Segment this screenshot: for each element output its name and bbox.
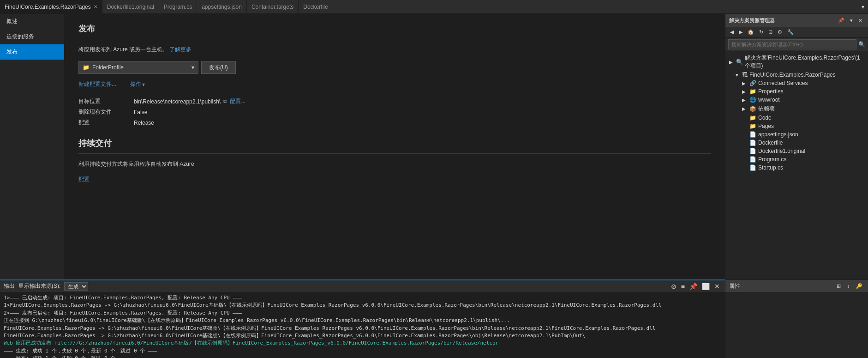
tool-button[interactable]: 🔧: [785, 28, 796, 36]
properties-actions: ⊞ ↕ 🔑: [835, 282, 865, 290]
tab-program[interactable]: Program.cs: [159, 0, 197, 13]
forward-button[interactable]: ▶: [737, 28, 744, 36]
profile-label: FolderProfile: [92, 64, 124, 71]
filter-button[interactable]: ⊡: [766, 28, 774, 36]
tree-item-solution[interactable]: ▶ 🔍 解决方案'FineUICore.Examples.RazorPages'…: [725, 53, 868, 71]
tree-item-pages[interactable]: 📁 Pages: [725, 122, 868, 130]
word-wrap-button[interactable]: ≡: [680, 283, 686, 290]
output-source-select[interactable]: 生成: [64, 282, 88, 291]
properties-title: 属性: [729, 282, 740, 290]
tree-item-dockerfile1[interactable]: 📄 Dockerfile1.original: [725, 147, 868, 155]
tab-overflow-button[interactable]: ▾: [858, 4, 868, 10]
action-links: 新建配置文件... 操作 ▾: [78, 80, 711, 88]
properties-sort-button[interactable]: ↕: [845, 282, 852, 290]
tab-razor-pages[interactable]: FineUICore.Examples.RazorPages ✕: [0, 0, 102, 13]
pin-button[interactable]: 📌: [836, 17, 846, 24]
config-row: 配置 Release: [78, 119, 711, 127]
output-panel: 输出 显示输出来源(S): 生成 ⊘ ≡ 📌 ⬜ ✕ 1>——— 已启动生成: …: [0, 279, 725, 358]
clear-output-button[interactable]: ⊘: [670, 283, 678, 290]
copy-icon[interactable]: ⧉: [223, 98, 227, 104]
tree-item-connected-services[interactable]: ▶ 🔗 Connected Services: [725, 79, 868, 87]
sidebar-item-connected-services[interactable]: 连接的服务: [0, 29, 64, 44]
deps-icon: 📦: [749, 106, 756, 112]
node-label: Code: [758, 115, 772, 121]
solution-explorer-header: 解决方案资源管理器 📌 ▾ ✕: [725, 14, 868, 27]
properties-grid-button[interactable]: ⊞: [835, 282, 843, 290]
sidebar-item-overview[interactable]: 概述: [0, 14, 64, 29]
output-line-5: FineUICore.Examples.RazorPages -> G:\zhu…: [4, 332, 721, 339]
folder-icon: 📁: [83, 64, 90, 71]
output-line-4: FineUICore.Examples.RazorPages -> G:\zhu…: [4, 325, 721, 332]
output-source-label: 显示输出来源(S):: [18, 282, 60, 290]
solution-explorer-title: 解决方案资源管理器: [729, 17, 775, 24]
tree-item-project[interactable]: ▼ 🏗 FineUICore.Examples.RazorPages: [725, 71, 868, 79]
tab-label: Dockerfile1.original: [107, 4, 154, 10]
tree-item-properties[interactable]: ▶ 📁 Properties: [725, 87, 868, 96]
expand-icon: ▶: [729, 60, 734, 65]
search-icon: 🔍: [858, 41, 865, 48]
new-config-link[interactable]: 新建配置文件...: [78, 80, 116, 88]
maximize-output-button[interactable]: ⬜: [700, 283, 711, 290]
config-link[interactable]: 配置...: [230, 97, 245, 105]
content-area: 发布 将应用发布到 Azure 或另一台主机。 了解更多 📁 FolderPro…: [65, 14, 725, 279]
pin-output-button[interactable]: 📌: [688, 283, 699, 290]
properties-icon: 📁: [749, 88, 756, 95]
tree-item-startup[interactable]: 📄 Startup.cs: [725, 164, 868, 172]
solution-search-input[interactable]: [728, 39, 856, 49]
chevron-down-button[interactable]: ▾: [848, 17, 855, 24]
tab-dockerfile[interactable]: Dockerfile: [299, 0, 333, 13]
tab-bar: FineUICore.Examples.RazorPages ✕ Dockerf…: [0, 0, 868, 14]
sidebar-item-publish[interactable]: 发布: [0, 44, 64, 60]
sync-button[interactable]: ↻: [757, 28, 765, 36]
tree-item-wwwroot[interactable]: ▶ 🌐 wwwroot: [725, 96, 868, 104]
expand-icon: ▶: [742, 97, 748, 103]
config-label: 配置: [78, 119, 134, 127]
delete-existing-row: 删除现有文件 False: [78, 108, 711, 116]
main-area: 概述 连接的服务 发布 发布 将应用发布到 Azure 或另一台主机。 了解更多…: [0, 14, 868, 279]
output-line-0: 1>——— 已启动生成: 项目: FineUICore.Examples.Raz…: [4, 294, 721, 301]
cd-title: 持续交付: [78, 138, 711, 149]
tree-item-deps[interactable]: ▶ 📦 依赖项: [725, 104, 868, 114]
profile-select[interactable]: 📁 FolderProfile ▾: [78, 61, 198, 74]
learn-more-link[interactable]: 了解更多: [169, 46, 192, 53]
output-line-3: 正在连接到 G:\zhuzhao\fineui6.0\FineUICore基础版…: [4, 317, 721, 324]
close-output-button[interactable]: ✕: [713, 283, 721, 290]
cd-section: 持续交付 利用持续交付方式将应用程序自动发布到 Azure 配置: [78, 138, 711, 183]
actions-arrow-icon: ▾: [142, 81, 145, 88]
output-line-1: 1>FineUICore.Examples.RazorPages -> G:\z…: [4, 302, 721, 309]
delete-existing-value: False: [134, 109, 147, 115]
tab-dockerfile1[interactable]: Dockerfile1.original: [102, 0, 159, 13]
node-label: Connected Services: [758, 80, 808, 86]
close-panel-button[interactable]: ✕: [856, 17, 864, 24]
tab-appsettings[interactable]: appsettings.json: [197, 0, 247, 13]
publish-title: 发布: [78, 23, 711, 34]
properties-key-button[interactable]: 🔑: [854, 282, 864, 290]
cd-divider: [78, 153, 711, 154]
output-content: 1>——— 已启动生成: 项目: FineUICore.Examples.Raz…: [0, 292, 725, 358]
node-label: Dockerfile1.original: [758, 148, 805, 154]
dockerfile-icon: 📄: [749, 140, 756, 146]
left-sidebar: 概述 连接的服务 发布: [0, 14, 65, 279]
close-icon[interactable]: ✕: [94, 4, 97, 9]
pages-icon: 📁: [749, 123, 756, 129]
code-icon: 📁: [749, 115, 756, 121]
cd-config-link[interactable]: 配置: [78, 176, 711, 183]
actions-link[interactable]: 操作 ▾: [130, 80, 145, 88]
settings-button[interactable]: ⚙: [776, 28, 784, 36]
solution-tree: ▶ 🔍 解决方案'FineUICore.Examples.RazorPages'…: [725, 51, 868, 279]
chevron-down-icon: ▾: [192, 64, 194, 71]
tab-container[interactable]: Container.targets: [247, 0, 299, 13]
publish-button[interactable]: 发布(U): [201, 61, 236, 74]
tree-item-dockerfile[interactable]: 📄 Dockerfile: [725, 139, 868, 147]
tree-item-program[interactable]: 📄 Program.cs: [725, 155, 868, 164]
tab-label: Program.cs: [164, 4, 192, 10]
tab-label: appsettings.json: [202, 4, 242, 10]
cd-description: 利用持续交付方式将应用程序自动发布到 Azure: [78, 160, 711, 168]
home-button[interactable]: 🏠: [746, 28, 756, 36]
project-label: FineUICore.Examples.RazorPages: [749, 72, 836, 78]
bottom-area: 输出 显示输出来源(S): 生成 ⊘ ≡ 📌 ⬜ ✕ 1>——— 已启动生成: …: [0, 279, 868, 358]
output-title: 输出: [4, 282, 15, 290]
tree-item-code[interactable]: 📁 Code: [725, 114, 868, 122]
tree-item-appsettings[interactable]: 📄 appsettings.json: [725, 130, 868, 139]
back-button[interactable]: ◀: [728, 28, 736, 36]
